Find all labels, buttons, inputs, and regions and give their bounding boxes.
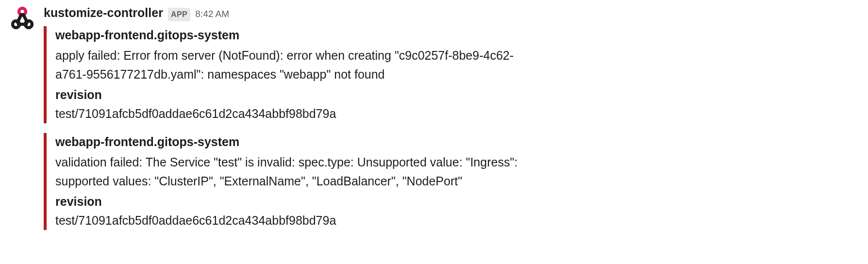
attachment-body: validation failed: The Service "test" is…	[55, 153, 539, 191]
avatar[interactable]	[8, 4, 37, 33]
webhook-icon	[8, 4, 37, 33]
sender-name[interactable]: kustomize-controller	[44, 4, 163, 22]
attachment-field-label: revision	[55, 86, 539, 104]
attachment-body: apply failed: Error from server (NotFoun…	[55, 46, 539, 84]
attachment-title: webapp-frontend.gitops-system	[55, 26, 539, 45]
attachment-field-value: test/71091afcb5df0addae6c61d2ca434abbf98…	[55, 212, 539, 230]
app-badge: APP	[168, 8, 190, 21]
slack-message: kustomize-controller APP 8:42 AM webapp-…	[8, 4, 860, 240]
message-content: kustomize-controller APP 8:42 AM webapp-…	[44, 4, 860, 240]
attachment-field-label: revision	[55, 193, 539, 211]
attachment-block: webapp-frontend.gitops-system apply fail…	[44, 26, 539, 123]
attachment-block: webapp-frontend.gitops-system validation…	[44, 133, 539, 230]
attachment-title: webapp-frontend.gitops-system	[55, 133, 539, 151]
attachment-field-value: test/71091afcb5df0addae6c61d2ca434abbf98…	[55, 105, 539, 123]
message-header: kustomize-controller APP 8:42 AM	[44, 4, 860, 22]
message-timestamp[interactable]: 8:42 AM	[195, 7, 229, 21]
